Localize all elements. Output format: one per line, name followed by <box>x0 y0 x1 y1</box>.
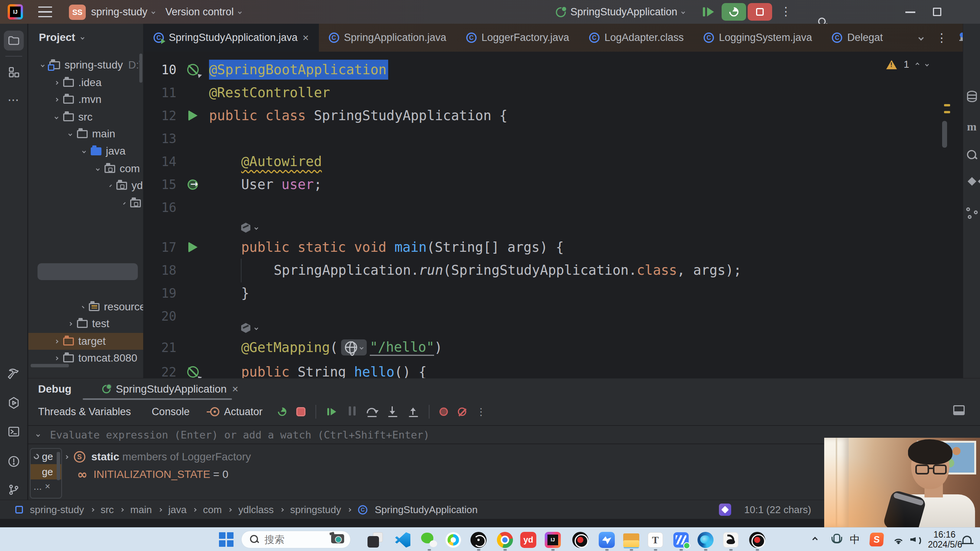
tab-threads-variables[interactable]: Threads & Variables <box>38 406 131 418</box>
taskbar-app-youdao[interactable]: yd <box>519 531 537 549</box>
tree-row-idea[interactable]: .idea <box>28 74 144 91</box>
intellij-logo-icon[interactable] <box>8 4 23 20</box>
prev-problem-chevron[interactable] <box>916 63 920 67</box>
breadcrumb-item[interactable]: spring-study <box>30 504 84 516</box>
rerun-button[interactable] <box>722 3 746 21</box>
gutter-running-icon[interactable] <box>187 64 199 75</box>
expanded-chevron[interactable] <box>41 63 44 67</box>
tab-console[interactable]: Console <box>152 406 189 418</box>
tree-row-test[interactable]: test <box>28 315 144 332</box>
collapsed-chevron[interactable] <box>54 356 58 360</box>
gutter-run-class-icon[interactable] <box>188 110 198 121</box>
tree-row-spring-study[interactable]: spring-study D:\ <box>28 57 144 73</box>
expanded-chevron[interactable] <box>54 115 58 119</box>
dependencies-tool-icon[interactable] <box>963 207 980 219</box>
taskbar-app-intellij[interactable]: IJ <box>544 531 562 549</box>
main-menu-icon[interactable] <box>38 7 52 17</box>
tab-springapplication[interactable]: C SpringApplication.java <box>319 24 456 52</box>
project-panel-header[interactable]: Project <box>39 31 84 44</box>
expanded-chevron[interactable] <box>109 184 111 187</box>
project-hscrollbar-thumb[interactable] <box>31 364 69 367</box>
editor-scrollbar-thumb[interactable] <box>942 121 947 148</box>
run-configuration-selector[interactable]: SpringStudyApplication <box>556 6 684 18</box>
more-actions-menu[interactable] <box>780 5 792 18</box>
step-over-icon[interactable] <box>367 406 377 417</box>
pause-icon[interactable] <box>348 406 357 417</box>
tab-springstudyapplication[interactable]: C SpringStudyApplication.java <box>144 24 319 52</box>
spring-inlay-hint[interactable] <box>144 220 963 235</box>
project-avatar[interactable]: SS <box>69 5 86 20</box>
tab-delegate[interactable]: C Delegat <box>822 24 893 52</box>
taskbar-app-swan[interactable] <box>722 531 740 549</box>
breadcrumb-item[interactable]: ydlclass <box>238 504 273 516</box>
taskbar-app-vscode[interactable] <box>394 531 412 549</box>
breadcrumb-item[interactable]: main <box>130 504 152 516</box>
build-tool-icon[interactable] <box>4 364 24 384</box>
tray-wifi-icon[interactable] <box>892 528 905 551</box>
taskbar-app-wechat[interactable] <box>420 531 438 549</box>
debug-more-menu[interactable] <box>476 406 486 418</box>
error-stripe-warning-mark[interactable] <box>944 111 950 113</box>
tree-row-src[interactable]: src <box>28 109 144 126</box>
resume-icon[interactable] <box>327 407 336 416</box>
more-tool-windows-icon[interactable]: ⋯ <box>4 90 24 109</box>
project-tool-icon[interactable] <box>4 31 24 51</box>
view-breakpoints-icon[interactable] <box>439 408 448 416</box>
stop-debug-icon[interactable] <box>296 407 305 416</box>
close-icon[interactable] <box>302 33 309 43</box>
tray-clock[interactable]: 16:16 2024/5/6 <box>928 528 956 551</box>
collapsed-chevron[interactable] <box>64 455 68 459</box>
caret-position[interactable]: 10:1 (22 chars) <box>744 504 811 516</box>
step-out-icon[interactable] <box>408 406 419 417</box>
taskbar-app-recorder2[interactable] <box>572 531 589 549</box>
breadcrumb-item[interactable]: com <box>203 504 222 516</box>
gutter-running-icon[interactable] <box>187 366 199 378</box>
tray-microphone-icon[interactable] <box>831 528 840 551</box>
database-tool-icon[interactable] <box>963 91 980 102</box>
tree-row-com[interactable]: com <box>28 160 144 177</box>
taskbar-app-thunder[interactable] <box>598 531 616 549</box>
taskbar-app-recorder[interactable] <box>470 531 487 549</box>
tray-ime-indicator[interactable]: 中 <box>850 528 860 551</box>
expanded-chevron[interactable] <box>96 167 100 171</box>
expanded-chevron[interactable] <box>68 132 72 136</box>
breadcrumb-item[interactable]: SpringStudyApplication <box>375 504 478 516</box>
maven-tool-icon[interactable]: m <box>963 120 980 133</box>
tray-notifications-bell[interactable] <box>962 528 972 551</box>
debug-session-tab[interactable]: SpringStudyApplication <box>102 383 238 395</box>
ai-assistant-tool-icon[interactable] <box>963 178 980 184</box>
gutter-run-main-icon[interactable] <box>188 242 198 253</box>
tree-row-target[interactable]: target <box>28 333 144 350</box>
close-icon[interactable] <box>232 384 238 395</box>
gutter-bean-icon[interactable] <box>188 179 198 190</box>
tray-sogou-icon[interactable]: S <box>870 528 884 551</box>
collapsed-chevron[interactable] <box>54 81 58 85</box>
project-popup-field[interactable] <box>38 263 138 280</box>
step-into-icon[interactable] <box>387 406 398 417</box>
breadcrumb-item[interactable]: springstudy <box>290 504 341 516</box>
tab-loggerfactory[interactable]: C LoggerFactory.java <box>456 24 579 52</box>
tab-actuator[interactable]: Actuator <box>210 406 263 418</box>
breadcrumb-item[interactable]: src <box>101 504 114 516</box>
tree-row-main[interactable]: main <box>28 126 144 142</box>
error-stripe-warning-mark[interactable] <box>944 104 950 106</box>
tab-logadapter[interactable]: C LogAdapter.class <box>579 24 694 52</box>
ai-assistant-icon[interactable] <box>719 504 731 516</box>
url-globe-chip[interactable] <box>341 339 367 355</box>
taskbar-app-typora[interactable]: T <box>647 531 664 549</box>
search-input[interactable] <box>265 534 318 546</box>
taskbar-app-darksquares[interactable] <box>366 531 384 549</box>
stop-button[interactable] <box>748 3 772 21</box>
tree-row-resources[interactable]: resources <box>28 298 144 315</box>
tree-row-ydlclass[interactable]: ydlclass <box>28 177 144 194</box>
taskbar-app-explorer[interactable] <box>622 531 640 549</box>
taskbar-app-netdisk[interactable] <box>444 531 462 549</box>
camera-icon[interactable] <box>331 534 344 543</box>
taskbar-app-chrome[interactable] <box>496 531 514 549</box>
rerun-debug-icon[interactable] <box>276 406 288 417</box>
expanded-chevron[interactable] <box>123 202 125 204</box>
tray-hidden-icons-chevron[interactable] <box>813 528 817 551</box>
tab-options-menu[interactable] <box>936 31 947 44</box>
start-button[interactable] <box>219 532 234 547</box>
tree-row-java[interactable]: java <box>28 143 144 160</box>
